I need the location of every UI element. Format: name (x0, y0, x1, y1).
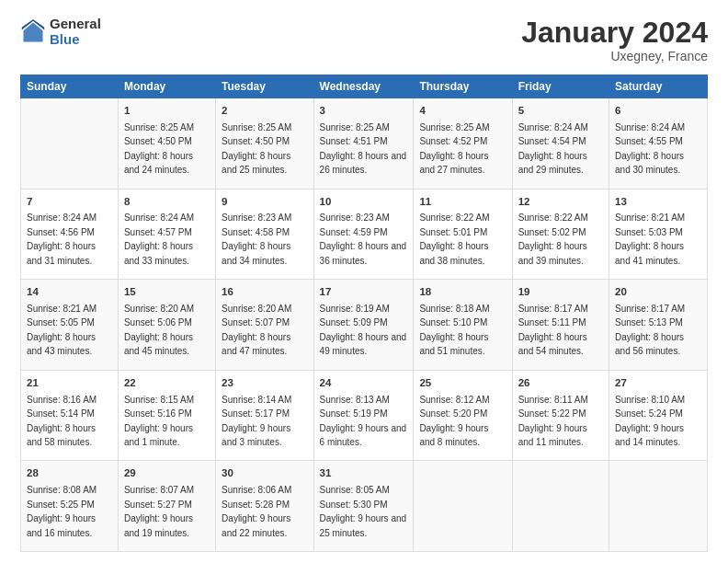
logo-general-text: General (50, 17, 101, 32)
calendar-cell: 12 Sunrise: 8:22 AM Sunset: 5:02 PM Dayl… (512, 189, 609, 280)
sunset-text: Sunset: 5:14 PM (27, 408, 95, 419)
calendar-cell: 19 Sunrise: 8:17 AM Sunset: 5:11 PM Dayl… (512, 280, 609, 371)
daylight-text: Daylight: 8 hours and 49 minutes. (320, 332, 407, 357)
day-number: 5 (518, 103, 603, 119)
calendar-cell: 30 Sunrise: 8:06 AM Sunset: 5:28 PM Dayl… (216, 461, 313, 552)
calendar-cell: 22 Sunrise: 8:15 AM Sunset: 5:16 PM Dayl… (118, 370, 215, 461)
sunrise-text: Sunrise: 8:24 AM (615, 122, 685, 132)
sunrise-text: Sunrise: 8:14 AM (222, 395, 291, 405)
daylight-text: Daylight: 8 hours and 27 minutes. (419, 151, 488, 176)
day-number: 26 (518, 375, 603, 391)
sunset-text: Sunset: 5:25 PM (27, 500, 95, 510)
calendar-cell: 9 Sunrise: 8:23 AM Sunset: 4:58 PM Dayli… (216, 189, 313, 280)
daylight-text: Daylight: 8 hours and 29 minutes. (518, 151, 587, 176)
daylight-text: Daylight: 9 hours and 22 minutes. (222, 513, 290, 538)
calendar-cell: 23 Sunrise: 8:14 AM Sunset: 5:17 PM Dayl… (216, 370, 313, 461)
daylight-text: Daylight: 9 hours and 16 minutes. (27, 513, 96, 538)
calendar-cell: 11 Sunrise: 8:22 AM Sunset: 5:01 PM Dayl… (414, 189, 512, 280)
calendar-cell: 15 Sunrise: 8:20 AM Sunset: 5:06 PM Dayl… (118, 280, 215, 371)
sunset-text: Sunset: 4:50 PM (222, 136, 290, 146)
day-number: 21 (27, 375, 112, 391)
daylight-text: Daylight: 8 hours and 26 minutes. (320, 151, 407, 176)
calendar-cell: 16 Sunrise: 8:20 AM Sunset: 5:07 PM Dayl… (216, 280, 313, 371)
calendar-cell: 7 Sunrise: 8:24 AM Sunset: 4:56 PM Dayli… (21, 189, 119, 280)
day-number: 10 (320, 194, 408, 210)
sunset-text: Sunset: 4:56 PM (27, 227, 95, 237)
sunset-text: Sunset: 4:51 PM (320, 136, 388, 146)
day-number: 15 (124, 284, 210, 300)
daylight-text: Daylight: 8 hours and 24 minutes. (124, 151, 193, 176)
day-number: 28 (27, 465, 112, 481)
daylight-text: Daylight: 9 hours and 19 minutes. (124, 513, 193, 538)
sunrise-text: Sunrise: 8:21 AM (615, 213, 685, 223)
sunset-text: Sunset: 5:10 PM (419, 317, 487, 327)
day-number: 7 (27, 194, 112, 210)
daylight-text: Daylight: 8 hours and 58 minutes. (27, 423, 96, 448)
day-number: 18 (419, 284, 506, 300)
sunset-text: Sunset: 4:54 PM (518, 136, 586, 146)
day-number: 16 (222, 284, 307, 300)
logo-text: General Blue (50, 17, 101, 47)
sunrise-text: Sunrise: 8:15 AM (124, 395, 194, 405)
page: General Blue January 2024 Uxegney, Franc… (0, 0, 728, 563)
sunset-text: Sunset: 5:22 PM (518, 408, 586, 419)
sunrise-text: Sunrise: 8:18 AM (419, 304, 489, 314)
day-number: 1 (124, 103, 210, 119)
day-number: 20 (615, 284, 701, 300)
calendar-week-0: 1 Sunrise: 8:25 AM Sunset: 4:50 PM Dayli… (21, 98, 708, 190)
calendar-cell: 21 Sunrise: 8:16 AM Sunset: 5:14 PM Dayl… (21, 370, 119, 461)
day-number: 31 (320, 465, 408, 481)
daylight-text: Daylight: 8 hours and 56 minutes. (615, 332, 684, 357)
daylight-text: Daylight: 9 hours and 8 minutes. (419, 423, 488, 448)
calendar-body: 1 Sunrise: 8:25 AM Sunset: 4:50 PM Dayli… (21, 98, 708, 552)
sunrise-text: Sunrise: 8:07 AM (124, 485, 194, 495)
sunrise-text: Sunrise: 8:10 AM (615, 395, 685, 405)
calendar-cell: 1 Sunrise: 8:25 AM Sunset: 4:50 PM Dayli… (118, 98, 215, 190)
calendar-cell: 8 Sunrise: 8:24 AM Sunset: 4:57 PM Dayli… (118, 189, 215, 280)
day-number: 3 (320, 103, 408, 119)
daylight-text: Daylight: 8 hours and 31 minutes. (27, 241, 96, 266)
sunrise-text: Sunrise: 8:13 AM (320, 395, 390, 405)
calendar-cell: 25 Sunrise: 8:12 AM Sunset: 5:20 PM Dayl… (414, 370, 512, 461)
calendar-cell (609, 461, 708, 552)
calendar-week-1: 7 Sunrise: 8:24 AM Sunset: 4:56 PM Dayli… (21, 189, 708, 280)
sunrise-text: Sunrise: 8:24 AM (518, 122, 588, 132)
calendar-week-2: 14 Sunrise: 8:21 AM Sunset: 5:05 PM Dayl… (21, 280, 708, 371)
sunset-text: Sunset: 5:19 PM (320, 408, 388, 419)
calendar-cell: 3 Sunrise: 8:25 AM Sunset: 4:51 PM Dayli… (313, 98, 414, 190)
calendar-cell: 2 Sunrise: 8:25 AM Sunset: 4:50 PM Dayli… (216, 98, 313, 190)
calendar-cell: 4 Sunrise: 8:25 AM Sunset: 4:52 PM Dayli… (414, 98, 512, 190)
daylight-text: Daylight: 9 hours and 11 minutes. (518, 423, 587, 448)
calendar-week-3: 21 Sunrise: 8:16 AM Sunset: 5:14 PM Dayl… (21, 370, 708, 461)
col-thursday: Thursday (414, 75, 512, 98)
daylight-text: Daylight: 8 hours and 51 minutes. (419, 332, 488, 357)
day-number: 30 (222, 465, 307, 481)
sunrise-text: Sunrise: 8:20 AM (124, 304, 194, 314)
calendar-cell (512, 461, 609, 552)
sunrise-text: Sunrise: 8:25 AM (419, 122, 489, 132)
daylight-text: Daylight: 8 hours and 41 minutes. (615, 241, 684, 266)
sunset-text: Sunset: 4:59 PM (320, 227, 388, 237)
sunrise-text: Sunrise: 8:16 AM (27, 395, 97, 405)
sunset-text: Sunset: 5:13 PM (615, 317, 683, 327)
calendar-cell: 28 Sunrise: 8:08 AM Sunset: 5:25 PM Dayl… (21, 461, 119, 552)
calendar-cell: 24 Sunrise: 8:13 AM Sunset: 5:19 PM Dayl… (313, 370, 414, 461)
sunset-text: Sunset: 5:09 PM (320, 317, 388, 327)
sunset-text: Sunset: 5:05 PM (27, 317, 95, 327)
sunset-text: Sunset: 5:24 PM (615, 408, 683, 419)
daylight-text: Daylight: 9 hours and 6 minutes. (320, 423, 407, 448)
calendar-cell: 20 Sunrise: 8:17 AM Sunset: 5:13 PM Dayl… (609, 280, 708, 371)
sunset-text: Sunset: 4:58 PM (222, 227, 290, 237)
calendar-cell: 14 Sunrise: 8:21 AM Sunset: 5:05 PM Dayl… (21, 280, 119, 371)
daylight-text: Daylight: 8 hours and 45 minutes. (124, 332, 193, 357)
calendar-cell: 13 Sunrise: 8:21 AM Sunset: 5:03 PM Dayl… (609, 189, 708, 280)
calendar-cell: 17 Sunrise: 8:19 AM Sunset: 5:09 PM Dayl… (313, 280, 414, 371)
sunset-text: Sunset: 4:50 PM (124, 136, 192, 146)
sunrise-text: Sunrise: 8:21 AM (27, 304, 97, 314)
sunset-text: Sunset: 5:20 PM (419, 408, 487, 419)
day-number: 4 (419, 103, 506, 119)
calendar-cell (21, 98, 119, 190)
day-number: 6 (615, 103, 701, 119)
calendar-cell: 10 Sunrise: 8:23 AM Sunset: 4:59 PM Dayl… (313, 189, 414, 280)
day-number: 14 (27, 284, 112, 300)
